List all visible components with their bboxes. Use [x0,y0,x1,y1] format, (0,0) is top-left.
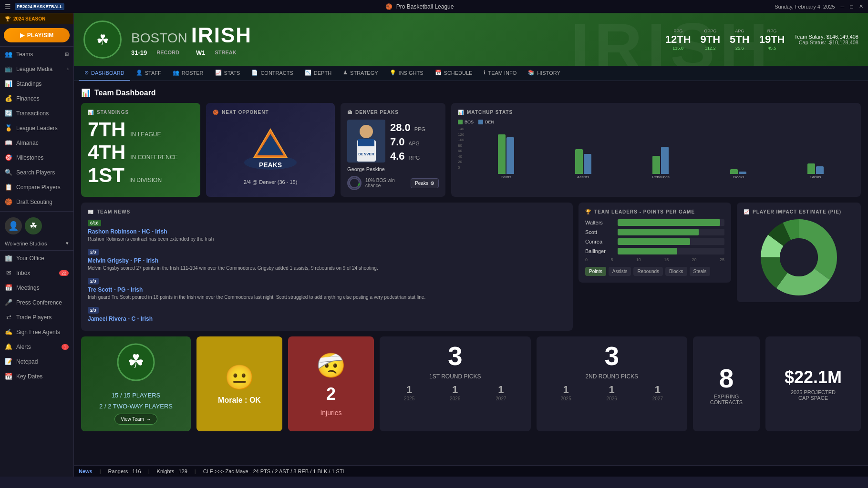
news-date: 2/3 [88,307,99,314]
morale-icon: 😐 [225,364,254,391]
sidebar-item-label: Draft Scouting [16,199,52,205]
sidebar-item-finances[interactable]: 💰 Finances [0,91,73,106]
first-round-picks-card: 3 1ST ROUND PICKS 1 2025 1 2026 1 [380,336,531,431]
tab-dashboard[interactable]: ⊙ DASHBOARD [79,66,130,81]
sidebar-item-trade-players[interactable]: ⇄ Trade Players [0,310,73,325]
minimize-icon[interactable]: ─ [841,4,845,10]
sidebar-item-draft-scouting[interactable]: 🏀 Draft Scouting [0,194,73,209]
team-leaders-card: 🏆 TEAM LEADERS - POINTS PER GAME Walters… [579,203,731,283]
tab-staff[interactable]: 👤 STAFF [130,66,167,81]
sidebar-item-label: Inbox [16,270,30,276]
sidebar-item-transactions[interactable]: 🔄 Transactions [0,106,73,121]
title-bar: ☰ PB2024 BASKETBALL 🏀 Pro Basketball Lea… [0,0,868,13]
tab-strategy[interactable]: ♟ STRATEGY [337,66,383,81]
peaks-button[interactable]: Peaks ⚙ [411,178,439,188]
leaders-card-header: TEAM LEADERS - POINTS PER GAME [594,209,695,214]
expiring-label: EXPIRING CONTRACTS [710,394,743,405]
svg-point-9 [350,178,360,188]
office-icon: 🏢 [5,254,12,262]
close-icon[interactable]: ✕ [859,3,863,10]
sidebar-item-teams[interactable]: 👥 Teams ⊞ [0,47,73,61]
peaks-btn-icon: ⚙ [430,181,434,186]
tab-history[interactable]: 📚 HISTORY [522,66,566,81]
tab-schedule[interactable]: 📅 SCHEDULE [429,66,478,81]
menu-icon[interactable]: ☰ [5,3,11,10]
tab-stats[interactable]: 📈 STATS [209,66,246,81]
sidebar-item-inbox[interactable]: ✉ Inbox 22 [0,265,73,280]
tab-insights[interactable]: 💡 INSIGHTS [384,66,429,81]
peaks-btn-label: Peaks [415,181,428,186]
leaders-tab-assists[interactable]: Assists [609,267,631,276]
sidebar-item-meetings[interactable]: 📅 Meetings [0,280,73,295]
sidebar-item-label: Trade Players [16,314,52,321]
play-icon: ▶ [20,32,24,39]
leaders-card-icon: 🏆 [585,209,591,214]
sidebar-item-label: Finances [16,95,40,102]
studio-arrow: ▾ [66,240,69,246]
depth-tab-icon: 📉 [305,70,311,76]
next-opponent-card: 🏀 NEXT OPPONENT PEAKS 2/4 @ Denver (36 -… [206,103,335,197]
sidebar-item-label: Your Office [16,255,44,262]
streak-label: STREAK [215,50,236,55]
record-label: RECORD [156,50,179,55]
view-team-label: View Team [121,417,144,422]
tab-team-info[interactable]: ℹ TEAM INFO [478,66,522,81]
sidebar-item-league-media[interactable]: 📺 League Media › [0,61,73,76]
sidebar-item-search-players[interactable]: 🔍 Search Players [0,165,73,180]
sidebar-item-label: Milestones [16,154,43,161]
alerts-icon: 🔔 [5,343,12,350]
sidebar-item-compare-players[interactable]: 📋 Compare Players [0,180,73,194]
sidebar-item-label: Press Conference [16,299,62,306]
division-rank: 1ST [88,165,124,185]
bottom-play-info: CLE >>> Zac Maye - 24 PTS / 2 AST / 8 RE… [203,468,346,474]
sidebar-item-label: Sign Free Agents [16,329,60,336]
legend-bos: BOS [465,120,474,124]
sidebar-item-press-conference[interactable]: 🎤 Press Conference [0,295,73,310]
sidebar-item-league-leaders[interactable]: 🏅 League Leaders [0,121,73,135]
roster-twoway: 2 / 2 TWO-WAY PLAYERS [99,403,173,410]
search-icon: 🔍 [5,169,12,176]
apg-value: 7.0 [390,136,405,148]
leaders-tab-steals[interactable]: Steals [690,267,711,276]
play-sim-button[interactable]: ▶ PLAY/SIM [4,28,70,42]
second-round-picks-card: 3 2ND ROUND PICKS 1 2025 1 2026 1 [537,336,688,431]
news-icon: 📰 [88,209,94,214]
standings-card-icon: 📊 [88,110,94,115]
sidebar-item-standings[interactable]: 📊 Standings [0,76,73,91]
streak-value: W1 [196,49,206,56]
svg-point-5 [360,125,373,138]
injuries-count: 2 [326,384,336,404]
injuries-card: 🤕 2 Injuries [288,336,374,431]
sidebar-item-alerts[interactable]: 🔔 Alerts 1 [0,339,73,354]
bottom-bar: News | Rangers 116 | Knights 129 | CLE >… [74,465,868,477]
tab-contracts[interactable]: 📄 CONTRACTS [246,66,299,81]
sidebar-item-your-office[interactable]: 🏢 Your Office [0,251,73,265]
ppg-value: 28.0 [390,122,411,134]
leaders-tab-blocks[interactable]: Blocks [665,267,687,276]
tab-depth[interactable]: 📉 DEPTH [299,66,337,81]
matchup-header: MATCHUP STATS [467,110,513,115]
salary-info: Team Salary: $146,149,408 Cap Status: -$… [794,34,858,45]
user-avatar[interactable]: 👤 [5,217,22,234]
next-opp-header: NEXT OPPONENT [222,110,269,115]
roster-logo: ☘ [117,343,155,388]
sidebar-item-notepad[interactable]: 📝 Notepad [0,354,73,369]
sidebar-item-sign-free-agents[interactable]: ✍ Sign Free Agents [0,325,73,339]
sidebar-item-label: Transactions [16,110,49,117]
datetime: Sunday, February 4, 2025 [775,4,835,10]
maximize-icon[interactable]: □ [850,4,853,10]
leader-name: Ballinger [585,248,614,254]
leaders-tab-points[interactable]: Points [585,267,606,276]
sidebar-item-label: Notepad [16,358,38,365]
sign-icon: ✍ [5,328,12,336]
sidebar-item-key-dates[interactable]: 📆 Key Dates [0,369,73,384]
team-avatar[interactable]: ☘ [25,217,42,234]
leaders-tab-rebounds[interactable]: Rebounds [633,267,663,276]
injuries-icon: 🤕 [316,352,346,379]
sidebar-studio[interactable]: Wolverine Studios ▾ [0,238,73,250]
view-team-button[interactable]: View Team → [114,414,157,425]
transactions-icon: 🔄 [5,110,12,117]
sidebar-item-almanac[interactable]: 📖 Almanac [0,135,73,150]
sidebar-item-milestones[interactable]: 🎯 Milestones [0,150,73,165]
tab-roster[interactable]: 👥 ROSTER [167,66,209,81]
